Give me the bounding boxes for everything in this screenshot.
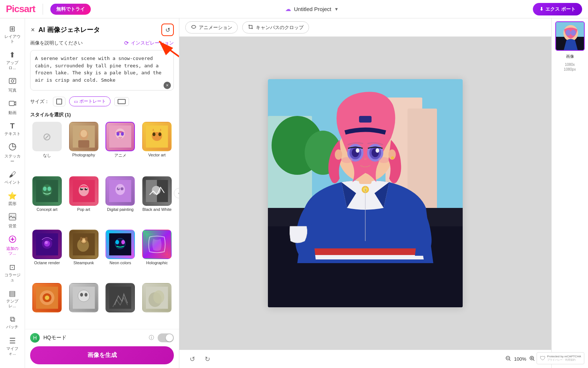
sidebar-item-myfolder[interactable]: ☰ マイフォ... <box>2 333 23 359</box>
style-item-octane[interactable]: Octane render <box>30 230 64 280</box>
style-label-pop: Pop art <box>77 207 90 212</box>
try-free-button[interactable]: 無料でトライ <box>50 4 91 15</box>
svg-point-93 <box>335 149 342 160</box>
style-item-bw[interactable]: Black and White <box>140 176 174 227</box>
panel-close-button[interactable]: × <box>30 25 36 35</box>
svg-rect-50 <box>80 237 82 241</box>
style-item-more3[interactable] <box>104 283 137 329</box>
style-item-steampunk[interactable]: Steampunk <box>67 230 101 280</box>
undo-button[interactable]: ↺ <box>187 354 198 365</box>
sidebar-item-addtool[interactable]: 追加のツ... <box>2 232 23 259</box>
svg-point-88 <box>376 148 379 153</box>
size-label: サイズ： <box>30 98 49 105</box>
style-label-vector: Vector art <box>148 153 166 157</box>
style-item-photography[interactable]: Photography <box>67 122 101 173</box>
svg-point-91 <box>341 157 352 163</box>
style-thumb-holographic <box>142 230 172 259</box>
style-label-photography: Photography <box>72 153 95 157</box>
svg-point-45 <box>45 241 48 244</box>
animation-icon <box>191 24 197 31</box>
sidebar-item-label-paint: ペイント <box>4 180 21 185</box>
inspiration-icon: ⟳ <box>124 40 129 46</box>
project-title-area[interactable]: ☁ Untitled Project ▼ <box>285 6 339 13</box>
sidebar-item-collage[interactable]: ⊡ コラージュ <box>2 260 23 285</box>
zoom-in-button[interactable] <box>529 355 535 363</box>
download-icon: ⬇ <box>539 6 544 12</box>
svg-point-111 <box>566 30 571 36</box>
svg-point-69 <box>153 290 164 304</box>
style-label-none: なし <box>43 153 51 158</box>
text-icon: T <box>10 122 14 130</box>
sidebar-item-layout[interactable]: ⊞ レイアウト <box>2 21 23 47</box>
style-item-anime[interactable]: アニメ <box>104 122 137 173</box>
svg-point-17 <box>121 132 124 136</box>
style-thumb-vector <box>142 122 172 151</box>
right-thumb-image <box>556 22 584 50</box>
clear-prompt-button[interactable]: × <box>164 82 171 89</box>
right-panel-thumbnail[interactable] <box>555 21 585 51</box>
hq-info-icon[interactable]: ⓘ <box>149 335 154 341</box>
style-thumb-inner-digital <box>106 177 134 205</box>
svg-point-16 <box>116 132 119 136</box>
svg-point-92 <box>378 157 389 163</box>
crop-label: キャンバスのクロップ <box>256 24 304 31</box>
style-item-pop[interactable]: Pop art <box>67 176 101 227</box>
svg-point-61 <box>45 296 49 300</box>
style-item-more4[interactable] <box>140 283 174 329</box>
zoom-out-button[interactable] <box>505 355 511 363</box>
style-thumb-inner-more4 <box>143 284 171 312</box>
style-thumb-inner-bw <box>143 177 171 205</box>
style-item-more1[interactable] <box>30 283 64 329</box>
size-square-icon <box>56 99 62 105</box>
size-landscape-button[interactable] <box>114 97 129 106</box>
undo-redo-area: ↺ ↻ <box>187 354 213 365</box>
style-item-digital[interactable]: Digital painting <box>104 176 137 227</box>
sidebar-item-template[interactable]: ▤ テンプレ... <box>2 286 23 311</box>
inspiration-link[interactable]: インスピレーション <box>131 40 174 46</box>
generate-button[interactable]: 画像を生成 <box>30 346 174 364</box>
inspiration-area[interactable]: ⟳ インスピレーション <box>124 40 174 46</box>
sidebar-item-label-video: 動画 <box>8 110 17 115</box>
topbar-left: Picsart 無料でトライ <box>6 3 91 15</box>
history-icon: ↺ <box>165 26 170 33</box>
style-thumb-more1 <box>32 283 62 312</box>
right-thumb-label: 画像 <box>566 54 574 59</box>
svg-line-104 <box>533 360 534 361</box>
sidebar-item-paint[interactable]: 🖌 ペイント <box>2 167 23 188</box>
redo-button[interactable]: ↻ <box>202 354 213 365</box>
style-item-none[interactable]: ⊘ なし <box>30 122 64 173</box>
style-label-octane: Octane render <box>34 261 60 265</box>
prompt-textarea[interactable]: A serene winter scene with a snow-covere… <box>30 50 174 91</box>
sidebar-item-background[interactable]: 背景 <box>2 210 23 231</box>
style-thumb-inner-pop <box>70 177 98 205</box>
svg-point-90 <box>376 149 378 151</box>
thumbnail-image <box>556 22 585 51</box>
sidebar-item-shape[interactable]: ⭐ 図形 <box>2 188 23 209</box>
size-square-button[interactable] <box>53 97 65 106</box>
style-item-more2[interactable] <box>67 283 101 329</box>
svg-point-27 <box>47 187 51 191</box>
style-item-concept[interactable]: Concept art <box>30 176 64 227</box>
sidebar-item-batch[interactable]: ⧉ バッチ <box>2 312 23 332</box>
style-thumb-more2 <box>69 283 98 312</box>
sidebar-item-text[interactable]: T テキスト <box>2 119 23 139</box>
panel-history-button[interactable]: ↺ <box>161 24 174 36</box>
export-button[interactable]: ⬇ エクス ポート <box>533 3 582 15</box>
crop-button[interactable]: キャンバスのクロップ <box>242 21 309 33</box>
style-item-holographic[interactable]: Holographic <box>140 230 174 280</box>
sidebar-item-sticker[interactable]: ステッカー <box>2 140 23 166</box>
panel-header: × AI 画像ジェネレータ ↺ <box>25 18 179 40</box>
animation-button[interactable]: アニメーション <box>185 21 238 33</box>
svg-point-35 <box>115 184 125 195</box>
size-portrait-button[interactable]: ▭ ポートレート <box>69 96 111 106</box>
svg-rect-0 <box>9 78 16 84</box>
hq-toggle[interactable] <box>158 333 174 342</box>
style-item-vector[interactable]: Vector art <box>140 122 174 173</box>
canvas-main: ‹ <box>179 37 551 350</box>
desc-row: 画像を説明してください ⟳ インスピレーション <box>25 40 179 50</box>
hq-icon: H <box>30 333 40 343</box>
sidebar-item-video[interactable]: 動画 <box>2 96 23 118</box>
sidebar-item-upload[interactable]: ⬆ アップロ... <box>2 47 23 73</box>
style-item-neon[interactable]: Neon colors <box>104 230 137 280</box>
sidebar-item-photo[interactable]: 写真 <box>2 74 23 96</box>
